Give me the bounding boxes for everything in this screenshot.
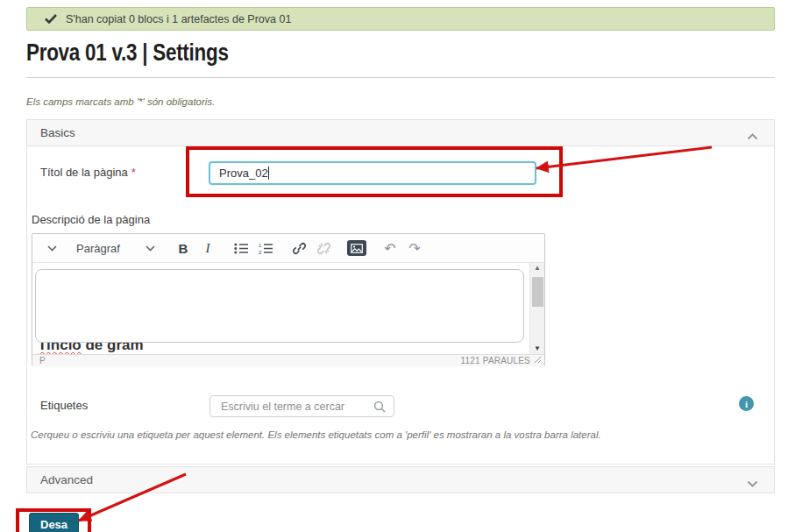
chevron-up-icon[interactable] <box>747 130 758 143</box>
basics-section-header[interactable]: Basics <box>27 120 774 146</box>
svg-text:2: 2 <box>259 250 262 254</box>
page-title: Prova 01 v.3 | Settings <box>26 39 279 67</box>
settings-page: { "banner": { "message": "S'han copiat 0… <box>0 0 788 532</box>
editor-empty-text-box[interactable] <box>35 269 524 343</box>
title-input[interactable] <box>209 161 536 185</box>
editor-toolbar: Paràgraf B I 12 <box>32 234 544 263</box>
redo-icon[interactable]: ↷ <box>404 237 425 259</box>
editor-scrollbar[interactable]: ▲ ▼ <box>529 263 544 354</box>
rich-text-editor: Paràgraf B I 12 <box>32 233 545 366</box>
scrollbar-thumb[interactable] <box>532 277 543 307</box>
title-field-label: Títol de la pàgina* <box>40 166 136 179</box>
scroll-down-icon[interactable]: ▼ <box>534 344 541 354</box>
tags-input-wrap <box>209 395 394 417</box>
undo-icon[interactable]: ↶ <box>380 237 401 259</box>
required-fields-note: Els camps marcats amb '*' són obligatori… <box>26 96 215 107</box>
resize-handle-icon[interactable] <box>534 356 542 365</box>
svg-text:1: 1 <box>259 243 262 248</box>
tags-field-label: Etiquetes <box>40 399 88 412</box>
bullet-list-icon[interactable] <box>231 237 252 259</box>
required-asterisk: * <box>131 166 136 179</box>
toolbar-toggle-icon[interactable] <box>41 237 62 259</box>
insert-image-icon[interactable] <box>346 237 367 259</box>
advanced-section-label: Advanced <box>40 473 93 486</box>
heading-rest: de gram <box>82 343 144 353</box>
tags-help-text: Cerqueu o escriviu una etiqueta per aque… <box>31 429 601 440</box>
unlink-icon[interactable] <box>313 237 334 259</box>
basics-panel: Basics Títol de la pàgina* Descripció de… <box>26 119 775 465</box>
chevron-down-icon[interactable] <box>747 477 758 490</box>
italic-button[interactable]: I <box>197 237 218 259</box>
basics-section-label: Basics <box>40 126 75 139</box>
link-icon[interactable] <box>288 237 309 259</box>
scroll-up-icon[interactable]: ▲ <box>534 263 541 273</box>
advanced-panel: Advanced <box>26 466 775 493</box>
block-format-select[interactable]: Paràgraf <box>76 242 132 255</box>
word-count: 1121 PARAULES <box>461 356 531 365</box>
title-input-wrap <box>209 161 536 185</box>
save-button[interactable]: Desa <box>29 513 79 532</box>
success-banner: S'han copiat 0 blocs i 1 artefactes de P… <box>26 7 775 31</box>
check-icon <box>45 14 57 24</box>
bold-button[interactable]: B <box>173 237 194 259</box>
title-divider <box>26 77 775 78</box>
tags-search-input[interactable] <box>209 395 394 417</box>
editor-statusbar: P 1121 PARAULES <box>32 354 544 366</box>
element-path: P <box>39 356 46 365</box>
banner-message: S'han copiat 0 blocs i 1 artefactes de P… <box>66 13 291 25</box>
info-icon[interactable]: i <box>739 396 754 411</box>
text-caret <box>268 167 269 180</box>
format-chevron-down-icon[interactable] <box>139 237 160 259</box>
misspelled-word: Tinció <box>38 343 82 353</box>
numbered-list-icon[interactable]: 12 <box>255 237 276 259</box>
editor-content-area[interactable]: Tinció de gram ▲ ▼ <box>32 263 544 354</box>
advanced-section-header[interactable]: Advanced <box>27 467 774 493</box>
clipped-heading: Tinció de gram <box>38 343 301 354</box>
basics-section-body: Títol de la pàgina* Descripció de la pàg… <box>27 146 774 464</box>
description-field-label: Descripció de la pàgina <box>32 213 150 226</box>
